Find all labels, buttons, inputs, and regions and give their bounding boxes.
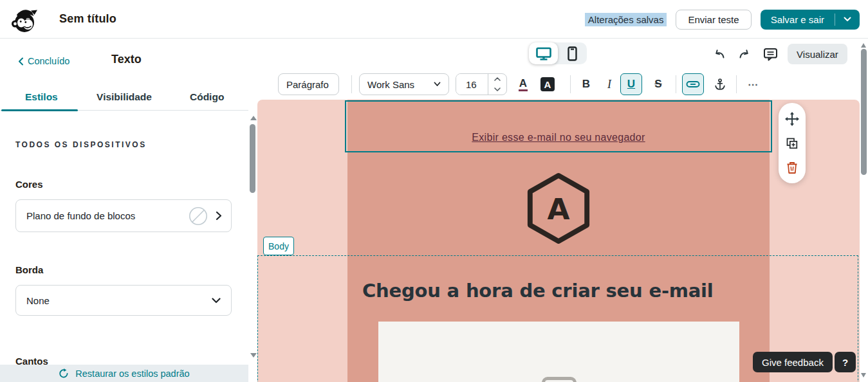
anchor-icon — [714, 78, 726, 91]
chevron-down-icon — [212, 298, 221, 304]
autosave-status: Alterações salvas — [585, 13, 667, 26]
main-scroll-up-arrow[interactable] — [861, 43, 866, 48]
colors-section-label: Cores — [15, 179, 43, 190]
block-background-label: Plano de fundo de blocos — [26, 210, 189, 221]
tab-estilos[interactable]: Estilos — [0, 87, 83, 110]
border-select[interactable]: None — [15, 285, 232, 316]
desktop-icon — [536, 47, 551, 60]
no-color-icon — [189, 206, 208, 226]
save-and-exit-label[interactable]: Salvar e sair — [761, 10, 835, 30]
save-and-exit-button[interactable]: Salvar e sair — [761, 10, 860, 30]
undo-button[interactable] — [709, 44, 728, 64]
move-icon — [784, 111, 800, 127]
redo-icon — [738, 48, 752, 60]
mobile-icon — [567, 46, 578, 61]
svg-text:A: A — [548, 192, 570, 226]
font-size-input[interactable] — [456, 74, 488, 95]
body-tag-label[interactable]: Body — [263, 237, 294, 255]
desktop-preview-button[interactable] — [529, 42, 558, 64]
settings-sidebar: Concluído Texto Estilos Visibilidade Cód… — [0, 39, 257, 382]
strikethrough-icon: S — [654, 78, 661, 91]
save-options-chevron-icon[interactable] — [835, 10, 860, 30]
brand-logo-block[interactable]: A — [524, 172, 593, 244]
preview-button[interactable]: Visualizar — [788, 44, 847, 64]
chevron-left-icon — [18, 57, 24, 66]
main-scrollbar-thumb[interactable] — [861, 49, 867, 175]
move-block-handle[interactable] — [784, 111, 800, 127]
toolbar-divider — [736, 75, 737, 93]
toolbar-divider — [570, 75, 571, 93]
give-feedback-button[interactable]: Give feedback — [753, 352, 833, 372]
tab-codigo[interactable]: Código — [165, 87, 248, 110]
trash-icon — [786, 161, 799, 174]
block-background-setting[interactable]: Plano de fundo de blocos — [15, 199, 232, 232]
border-select-value: None — [26, 295, 212, 306]
sidebar-tabs: Estilos Visibilidade Código — [0, 87, 248, 111]
underline-icon: U — [627, 78, 635, 91]
main-scroll-down-arrow[interactable] — [861, 373, 866, 377]
image-block[interactable] — [378, 322, 739, 382]
highlight-color-button[interactable]: A — [537, 73, 559, 95]
italic-button[interactable]: I — [598, 73, 620, 95]
mailchimp-email-editor: Sem título Alterações salvas Enviar test… — [0, 0, 868, 382]
sidebar-scroll-down-arrow[interactable] — [250, 353, 257, 358]
selected-preheader-block[interactable]: Exibir esse e-mail no seu navegador — [345, 100, 772, 152]
paragraph-style-dropdown[interactable]: Parágrafo — [278, 73, 339, 95]
document-title[interactable]: Sem título — [59, 12, 116, 26]
chevron-down-icon — [434, 82, 441, 87]
email-canvas: Exibir esse e-mail no seu navegador A Bo… — [257, 100, 860, 382]
highlight-color-icon: A — [540, 77, 555, 91]
paragraph-style-value: Parágrafo — [286, 79, 329, 90]
duplicate-icon — [785, 136, 799, 150]
editor-area: Visualizar Parágrafo Work Sans — [257, 39, 860, 382]
link-icon — [686, 80, 700, 89]
tab-visibilidade[interactable]: Visibilidade — [83, 87, 166, 110]
mobile-preview-button[interactable] — [558, 42, 587, 64]
toolbar-divider — [676, 75, 676, 93]
image-placeholder-icon — [542, 377, 577, 382]
mailchimp-logo-icon[interactable] — [10, 5, 39, 33]
send-test-button[interactable]: Enviar teste — [676, 10, 751, 30]
bold-button[interactable]: B — [575, 73, 597, 95]
panel-title: Texto — [111, 53, 142, 66]
link-button[interactable] — [682, 73, 704, 95]
delete-block-button[interactable] — [784, 159, 800, 175]
toolbar-divider — [351, 75, 352, 93]
bold-icon: B — [582, 78, 590, 91]
font-size-stepper — [488, 74, 506, 95]
duplicate-block-button[interactable] — [784, 136, 800, 151]
text-color-button[interactable]: A — [512, 73, 534, 95]
strikethrough-button[interactable]: S — [647, 73, 669, 95]
anchor-button[interactable] — [709, 73, 731, 95]
block-actions-toolbar — [779, 103, 806, 183]
font-family-dropdown[interactable]: Work Sans — [359, 73, 449, 95]
restore-default-styles-button[interactable]: Restaurar os estilos padrão — [0, 365, 248, 382]
top-bar: Sem título Alterações salvas Enviar test… — [0, 0, 868, 39]
help-button[interactable]: ? — [835, 352, 856, 372]
font-family-value: Work Sans — [367, 79, 414, 90]
font-size-increase-button[interactable] — [488, 74, 506, 84]
formatting-toolbar: Parágrafo Work Sans — [257, 73, 860, 96]
comments-button[interactable] — [761, 44, 780, 64]
more-options-button[interactable]: ⋯ — [743, 73, 764, 95]
device-preview-toggle — [529, 42, 587, 64]
border-section-label: Borda — [15, 264, 43, 275]
undo-icon — [712, 48, 726, 60]
main-scrollbar — [860, 39, 868, 382]
font-size-decrease-button[interactable] — [488, 84, 506, 95]
italic-icon: I — [607, 78, 611, 91]
email-heading[interactable]: Chegou a hora de criar seu e-mail — [362, 280, 714, 302]
back-to-done-link[interactable]: Concluído — [18, 56, 69, 66]
underline-button[interactable]: U — [620, 73, 642, 95]
sidebar-scroll-up-arrow[interactable] — [250, 116, 257, 120]
sidebar-scrollbar-thumb[interactable] — [250, 124, 255, 193]
text-color-icon: A — [519, 78, 528, 91]
restore-default-styles-label: Restaurar os estilos padrão — [75, 368, 189, 379]
view-in-browser-link[interactable]: Exibir esse e-mail no seu navegador — [346, 132, 771, 143]
all-devices-heading: TODOS OS DISPOSITIVOS — [15, 140, 147, 149]
comment-icon — [763, 47, 778, 61]
redo-button[interactable] — [735, 44, 754, 64]
back-label: Concluído — [28, 56, 69, 66]
chevron-right-icon — [216, 211, 222, 221]
font-size-control — [456, 73, 507, 95]
